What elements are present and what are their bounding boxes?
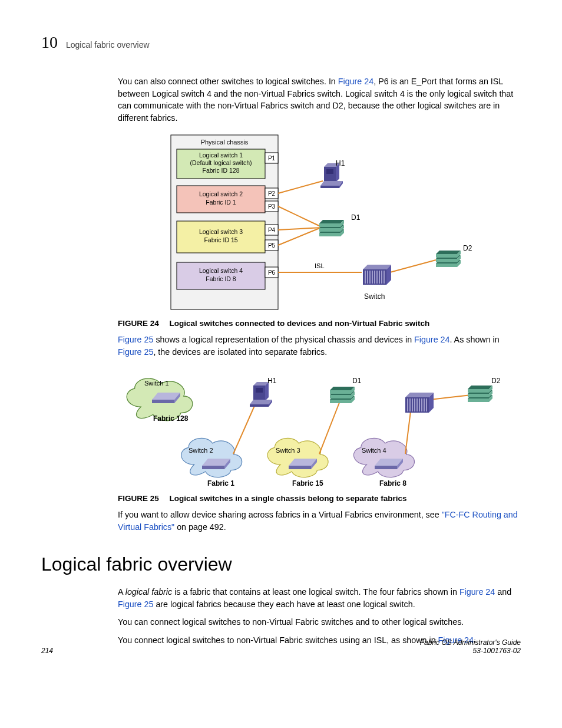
- svg-text:P2: P2: [268, 190, 276, 197]
- footer-docnum: 53-1001763-02: [473, 647, 521, 655]
- disk-icon: [436, 251, 461, 267]
- host-icon: [250, 382, 272, 407]
- svg-text:Switch 1: Switch 1: [144, 380, 169, 387]
- disk-icon: [319, 220, 344, 236]
- header-title: Logical fabric overview: [66, 40, 150, 50]
- svg-text:D2: D2: [463, 244, 472, 252]
- svg-line-79: [405, 407, 411, 454]
- svg-text:Fabric 128: Fabric 128: [153, 414, 189, 423]
- svg-text:P6: P6: [268, 269, 276, 276]
- chassis-title: Physical chassis: [201, 139, 249, 146]
- figure-24-svg: Physical chassis Logical switch 1 (Defau…: [118, 131, 495, 314]
- svg-text:Fabric 1: Fabric 1: [207, 479, 234, 487]
- svg-text:D2: D2: [491, 377, 501, 385]
- link-figure-24b[interactable]: Figure 24: [414, 335, 449, 344]
- svg-text:Switch 2: Switch 2: [189, 447, 213, 454]
- switch-icon: [363, 265, 391, 285]
- svg-text:P4: P4: [268, 227, 276, 233]
- svg-text:Switch 3: Switch 3: [276, 447, 300, 454]
- svg-text:Logical switch 1: Logical switch 1: [199, 151, 243, 159]
- svg-text:Switch: Switch: [364, 292, 385, 301]
- svg-text:(Default logical switch): (Default logical switch): [190, 159, 252, 166]
- svg-text:Fabric 15: Fabric 15: [292, 479, 323, 487]
- link-figure-24[interactable]: Figure 24: [338, 77, 373, 86]
- svg-text:P1: P1: [268, 155, 276, 162]
- link-figure-25[interactable]: Figure 25: [118, 335, 153, 344]
- svg-text:D1: D1: [351, 213, 361, 222]
- svg-text:Fabric ID 15: Fabric ID 15: [204, 236, 237, 243]
- svg-text:Fabric ID 1: Fabric ID 1: [206, 199, 236, 206]
- svg-text:H1: H1: [336, 159, 345, 167]
- link-figure-25c[interactable]: Figure 25: [118, 599, 153, 609]
- svg-line-71: [233, 403, 256, 454]
- svg-text:Fabric 8: Fabric 8: [379, 479, 406, 487]
- svg-line-75: [319, 400, 340, 454]
- paragraph-2: Figure 25 shows a logical representation…: [118, 334, 521, 358]
- svg-text:Fabric ID 8: Fabric ID 8: [206, 275, 236, 282]
- paragraph-5: You can connect logical switches to non-…: [118, 616, 521, 628]
- svg-text:P3: P3: [268, 203, 276, 210]
- link-figure-24c[interactable]: Figure 24: [459, 587, 495, 597]
- footer-book: Fabric OS Administrator's Guide: [420, 638, 521, 647]
- section-heading: Logical fabric overview: [41, 554, 521, 575]
- svg-text:Logical switch 2: Logical switch 2: [199, 190, 243, 197]
- figure-24: Physical chassis Logical switch 1 (Defau…: [118, 131, 521, 330]
- svg-line-80: [430, 395, 471, 400]
- figure-24-caption: FIGURE 24 Logical switches connected to …: [118, 318, 521, 330]
- page-number: 214: [41, 647, 53, 655]
- svg-text:Switch 4: Switch 4: [362, 447, 386, 454]
- disk-icon: [468, 386, 492, 402]
- disk-icon: [330, 387, 355, 403]
- svg-line-60: [278, 228, 321, 245]
- switch-icon: [405, 393, 434, 413]
- svg-text:Fabric ID 128: Fabric ID 128: [202, 167, 239, 174]
- svg-text:D1: D1: [352, 377, 362, 385]
- figure-25-caption: FIGURE 25 Logical switches in a single c…: [118, 493, 521, 505]
- paragraph-3: If you want to allow device sharing acro…: [118, 509, 521, 533]
- chapter-number: 10: [41, 33, 58, 52]
- svg-text:Logical switch 3: Logical switch 3: [199, 228, 243, 235]
- intro-paragraph: You can also connect other switches to l…: [118, 75, 521, 124]
- svg-line-62: [390, 260, 436, 272]
- page-footer: 214 Fabric OS Administrator's Guide 53-1…: [41, 638, 521, 655]
- svg-text:P5: P5: [268, 242, 276, 249]
- page-header: 10 Logical fabric overview: [41, 33, 521, 52]
- svg-line-57: [278, 181, 323, 193]
- figure-25-svg: Switch 1 Fabric 128 Switch 2 H1 Fabric 1…: [118, 365, 507, 489]
- figure-25: Switch 1 Fabric 128 Switch 2 H1 Fabric 1…: [118, 365, 521, 505]
- svg-text:Logical switch 4: Logical switch 4: [199, 267, 243, 274]
- svg-line-58: [278, 206, 323, 228]
- svg-text:H1: H1: [267, 377, 277, 385]
- svg-text:ISL: ISL: [315, 262, 325, 269]
- paragraph-4: A logical fabric is a fabric that contai…: [118, 586, 521, 610]
- link-figure-25b[interactable]: Figure 25: [118, 347, 153, 357]
